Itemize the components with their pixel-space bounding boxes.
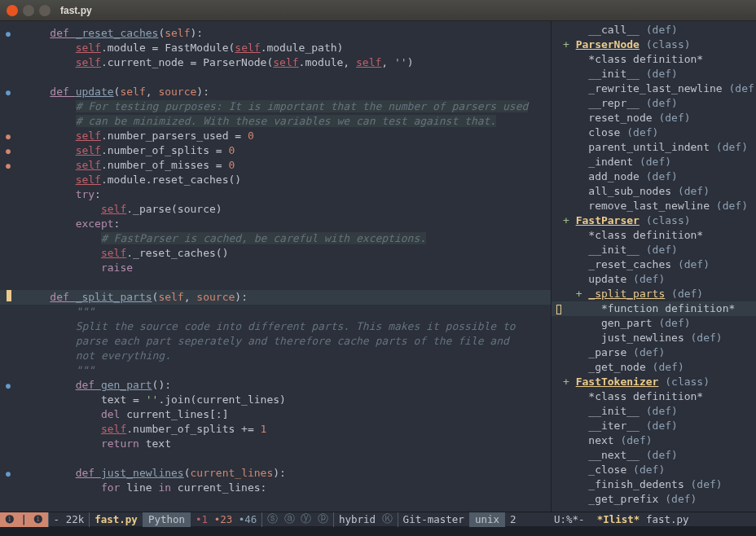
outline-item[interactable]: parent_until_indent (def) xyxy=(552,140,756,155)
outline-item[interactable]: remove_last_newline (def) xyxy=(552,199,756,213)
code-line[interactable]: return text xyxy=(0,437,551,451)
status-file[interactable]: fast.py xyxy=(90,512,143,527)
outline-class[interactable]: + FastTokenizer (class) xyxy=(552,375,756,389)
titlebar: fast.py xyxy=(0,0,756,21)
outline-item[interactable]: reset_node (def) xyxy=(552,111,756,125)
outline-item[interactable]: __call__ (def) xyxy=(552,23,756,37)
gutter-marker: ● xyxy=(0,378,16,393)
code-line[interactable]: self.number_of_splits += 1 xyxy=(0,422,551,437)
outline-class[interactable]: + FastParser (class) xyxy=(552,213,756,228)
outline-item[interactable]: __next__ (def) xyxy=(552,448,756,463)
code-line[interactable]: """ xyxy=(0,363,551,378)
outline-cursor-icon xyxy=(556,305,561,314)
code-line[interactable]: for line in current_lines: xyxy=(0,481,551,495)
main-area: ● def _reset_caches(self): self.module =… xyxy=(0,21,756,512)
outline-item[interactable]: _close (def) xyxy=(552,463,756,477)
outline-item[interactable]: __init__ (def) xyxy=(552,404,756,419)
outline-item[interactable]: all_sub_nodes (def) xyxy=(552,184,756,199)
maximize-icon[interactable] xyxy=(39,5,51,16)
code-line[interactable]: del current_lines[:] xyxy=(0,407,551,422)
code-line[interactable]: Split the source code into different par… xyxy=(0,319,551,334)
outline-item[interactable]: _get_prefix (def) xyxy=(552,492,756,507)
code-line[interactable]: ● self.number_of_splits = 0 xyxy=(0,143,551,158)
gutter-marker xyxy=(0,290,16,305)
code-line[interactable]: except: xyxy=(0,217,551,231)
code-line[interactable]: ● def just_newlines(current_lines): xyxy=(0,466,551,481)
code-line[interactable]: # For testing purposes: It is important … xyxy=(0,99,551,114)
status-mode[interactable]: Python xyxy=(143,512,191,527)
code-line[interactable] xyxy=(0,275,551,290)
outline-item[interactable]: next (def) xyxy=(552,433,756,448)
code-line[interactable]: ● self.number_parsers_used = 0 xyxy=(0,129,551,143)
code-line[interactable]: self.module.reset_caches() xyxy=(0,173,551,187)
gutter-marker: ● xyxy=(0,143,16,159)
outline-item[interactable]: __init__ (def) xyxy=(552,67,756,81)
status-right: U:%*- *Ilist* fast.py xyxy=(551,512,756,526)
window-title: fast.py xyxy=(60,5,92,16)
outline-item[interactable]: _indent (def) xyxy=(552,155,756,169)
outline-item[interactable]: _reset_caches (def) xyxy=(552,257,756,272)
status-flags: ⓢ ⓐ ⓨ ⓟ xyxy=(262,512,334,527)
code-line[interactable]: ● def _reset_caches(self): xyxy=(0,26,551,41)
code-line[interactable]: try: xyxy=(0,187,551,202)
close-icon[interactable] xyxy=(7,5,18,16)
code-line[interactable] xyxy=(0,451,551,466)
code-line[interactable]: ● def gen_part(): xyxy=(0,378,551,393)
outline-item[interactable]: close (def) xyxy=(552,125,756,140)
code-line[interactable]: def _split_parts(self, source): xyxy=(0,290,551,305)
outline-item[interactable]: _get_node (def) xyxy=(552,360,756,375)
code-line[interactable]: self.module = FastModule(self.module_pat… xyxy=(0,41,551,55)
outline-item[interactable]: + _split_parts (def) xyxy=(552,287,756,301)
code-line[interactable]: # FastParser is cached, be careful with … xyxy=(0,231,551,246)
outline-item[interactable]: __iter__ (def) xyxy=(552,419,756,433)
gutter-marker: ● xyxy=(0,466,16,481)
outline-item[interactable]: __repr__ (def) xyxy=(552,96,756,111)
code-line[interactable]: # can be minimized. With these variables… xyxy=(0,114,551,129)
code-line[interactable]: self.current_node = ParserNode(self.modu… xyxy=(0,55,551,70)
outline-item[interactable]: *class definition* xyxy=(552,52,756,67)
outline-item[interactable]: _rewrite_last_newline (def) xyxy=(552,81,756,96)
outline-item[interactable]: _finish_dedents (def) xyxy=(552,477,756,492)
outline-item[interactable]: just_newlines (def) xyxy=(552,331,756,345)
code-line[interactable] xyxy=(0,70,551,85)
code-line[interactable]: self._reset_caches() xyxy=(0,246,551,261)
code-line[interactable]: parse each part seperately and therefore… xyxy=(0,334,551,349)
status-size: - 22k xyxy=(49,512,90,527)
outline-item[interactable]: update (def) xyxy=(552,272,756,287)
outline-item[interactable]: add_node (def) xyxy=(552,169,756,184)
gutter-marker: ● xyxy=(0,129,16,144)
code-line[interactable]: """ xyxy=(0,305,551,319)
outline-item[interactable]: __init__ (def) xyxy=(552,243,756,257)
gutter-marker: ● xyxy=(0,85,16,100)
status-position: 2 xyxy=(505,512,521,527)
code-line[interactable]: ● def update(self, source): xyxy=(0,85,551,99)
status-bar: ❶ | ❶ - 22k fast.py Python •1 •23 •46 ⓢ … xyxy=(0,512,756,536)
gutter-marker: ● xyxy=(0,158,16,174)
outline-item[interactable]: *function definition* xyxy=(552,301,756,316)
outline-item[interactable]: *class definition* xyxy=(552,389,756,404)
code-line[interactable]: self._parse(source) xyxy=(0,202,551,217)
code-line[interactable]: raise xyxy=(0,261,551,275)
status-indicator: ❶ | ❶ xyxy=(0,512,49,527)
status-input[interactable]: hybrid Ⓚ xyxy=(334,512,398,527)
status-git[interactable]: Git-master xyxy=(398,512,470,527)
outline-class[interactable]: + ParserNode (class) xyxy=(552,37,756,52)
status-encoding: unix xyxy=(470,512,505,527)
outline-item[interactable]: gen_part (def) xyxy=(552,316,756,331)
gutter-marker: ● xyxy=(0,26,16,42)
minimize-icon[interactable] xyxy=(23,5,34,16)
code-line[interactable]: text = ''.join(current_lines) xyxy=(0,393,551,407)
code-line[interactable]: not everything. xyxy=(0,349,551,363)
code-editor[interactable]: ● def _reset_caches(self): self.module =… xyxy=(0,21,551,512)
status-lint[interactable]: •1 •23 •46 xyxy=(191,512,262,527)
outline-item[interactable]: _parse (def) xyxy=(552,345,756,360)
outline-panel[interactable]: __call__ (def)+ ParserNode (class) *clas… xyxy=(551,21,756,512)
outline-item[interactable]: *class definition* xyxy=(552,228,756,243)
code-line[interactable]: ● self.number_of_misses = 0 xyxy=(0,158,551,173)
